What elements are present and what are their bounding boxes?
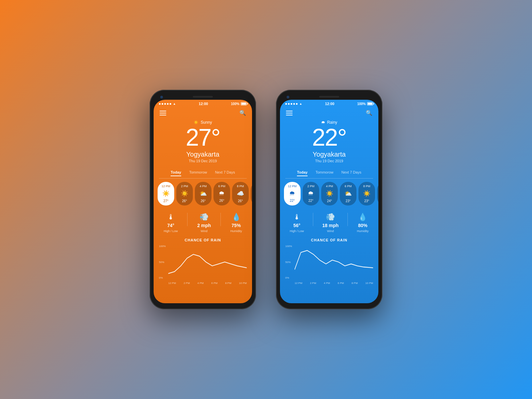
tab-tomorrow-blue[interactable]: Tommorow <box>316 170 333 176</box>
status-right-blue: 100% <box>357 102 373 106</box>
stat-humidity-blue: 💧 80% Humidity <box>357 213 368 233</box>
search-icon-orange[interactable]: 🔍 <box>239 110 246 116</box>
weather-stats-blue: 🌡 56° High / Low 💨 18 mph Wind 💧 80% <box>280 209 378 237</box>
thermometer-icon-orange: 🌡 <box>167 213 175 221</box>
tab-7days-blue[interactable]: Next 7 Days <box>341 170 361 176</box>
wifi-icon-blue: ▲ <box>299 102 302 105</box>
phone-notch-area-blue <box>280 94 378 100</box>
hour-card-1-blue[interactable]: 12 PM 🌧 22° <box>284 182 301 205</box>
hour-temp-2-orange: 26° <box>182 199 187 203</box>
chart-svg-orange <box>168 245 247 279</box>
hour-temp-5-blue: 23° <box>364 199 369 203</box>
signal-dot-4 <box>167 103 169 105</box>
tab-tomorrow-orange[interactable]: Tommorow <box>189 170 207 176</box>
hour-icon-5-blue: ☀️ <box>363 190 370 197</box>
battery-fill-blue <box>368 103 372 105</box>
hour-time-2-blue: 2 PM <box>307 185 314 188</box>
phone-notch-area-orange <box>154 94 252 100</box>
phone-camera-orange <box>160 96 163 98</box>
battery-icon-blue <box>367 102 373 105</box>
battery-icon-orange <box>241 102 247 105</box>
battery-fill-orange <box>241 103 246 105</box>
hour-icon-4-orange: 🌧 <box>219 190 225 197</box>
hour-card-5-blue[interactable]: 8 PM ☀️ 23° <box>358 182 375 205</box>
hour-card-6-orange[interactable]: 10 P ☁️ 26° <box>251 182 252 205</box>
phone-speaker-orange <box>193 96 213 98</box>
stat-humidity-label-orange: Humidity <box>230 229 242 233</box>
hour-temp-2-blue: 22° <box>308 199 313 202</box>
status-time-orange: 12:00 <box>199 102 208 106</box>
hour-icon-5-orange: ☁️ <box>237 190 244 197</box>
search-icon-blue[interactable]: 🔍 <box>366 110 372 116</box>
status-right-orange: 100% <box>231 102 247 106</box>
stat-sep-2-orange <box>220 213 221 226</box>
menu-icon-orange[interactable] <box>160 111 166 115</box>
hour-card-1-orange[interactable]: 12 PM ☀️ 27° <box>158 182 174 205</box>
hour-icon-3-blue: ☀️ <box>326 190 333 197</box>
wind-icon-orange: 💨 <box>200 213 208 221</box>
menu-line-1 <box>160 111 166 111</box>
hour-time-1-blue: 12 PM <box>288 185 297 188</box>
menu-icon-blue[interactable] <box>286 111 293 115</box>
rain-chart-blue: 100% 50% 0% 12 PM 2 PM 4 PM <box>285 245 373 285</box>
hour-card-2-blue[interactable]: 2 PM 🌧 22° <box>303 182 319 205</box>
stat-humidity-label-blue: Humidity <box>357 229 368 233</box>
hour-temp-3-blue: 24° <box>327 199 332 203</box>
stat-wind-label-blue: Wind <box>327 229 334 233</box>
signal-dot-b4 <box>293 103 295 105</box>
hour-time-3-orange: 4 PM <box>200 185 206 188</box>
menu-line-2 <box>160 113 166 113</box>
tab-7days-orange[interactable]: Next 7 Days <box>215 170 235 176</box>
tabs-orange: Today Tommorow Next 7 Days <box>154 167 252 178</box>
tab-today-blue[interactable]: Today <box>297 170 308 176</box>
hourly-scroll-orange: 12 PM ☀️ 27° 2 PM ☀️ 26° 4 PM ⛅ 26° <box>154 179 252 209</box>
status-left-orange: ▲ <box>159 102 176 105</box>
hour-card-4-blue[interactable]: 6 PM ⛅ 23° <box>340 182 356 205</box>
phone-orange: ▲ 12:00 100% <box>150 90 256 309</box>
phone-camera-blue <box>287 96 289 98</box>
phone-blue: ▲ 12:00 100% <box>276 90 382 309</box>
stat-humidity-value-orange: 75% <box>231 223 241 228</box>
tabs-blue: Today Tommorow Next 7 Days <box>280 167 378 178</box>
stat-wind-blue: 💨 18 mph Wind <box>322 213 338 233</box>
chart-x-labels-blue: 12 PM 2 PM 4 PM 6 PM 8 PM 10 PM <box>295 282 373 285</box>
hour-card-3-blue[interactable]: 4 PM ☀️ 24° <box>321 182 338 205</box>
weather-city-blue: Yogyakarta <box>280 151 378 158</box>
rain-chart-orange: 100% 50% 0% 12 PM 2 PM 4 PM <box>159 245 247 285</box>
status-time-blue: 12:00 <box>325 102 334 106</box>
hour-icon-4-blue: ⛅ <box>344 190 352 197</box>
signal-dot-b5 <box>296 103 298 105</box>
hour-time-2-orange: 2 PM <box>181 185 188 188</box>
hour-card-5-orange[interactable]: 8 PM ☁️ 26° <box>232 182 249 205</box>
weather-temp-blue: 22° <box>280 125 378 149</box>
hour-icon-1-blue: 🌧 <box>289 190 295 197</box>
signal-dot-3 <box>164 103 166 105</box>
stat-sep-1-blue <box>313 213 313 226</box>
hour-temp-1-orange: 27° <box>163 199 168 203</box>
phone-screen-blue: ▲ 12:00 100% <box>280 100 378 303</box>
hour-icon-3-orange: ⛅ <box>200 190 207 197</box>
stat-wind-value-blue: 18 mph <box>322 223 338 228</box>
stat-sep-2-blue <box>347 213 348 226</box>
hour-card-6-blue[interactable]: 10 P ☀️ 24° <box>377 182 378 205</box>
stat-highlow-orange: 🌡 74° High / Low <box>164 213 178 233</box>
stat-highlow-value-orange: 74° <box>167 223 174 228</box>
stat-wind-label-orange: Wind <box>200 229 207 233</box>
humidity-icon-orange: 💧 <box>232 213 241 221</box>
hourly-scroll-blue: 12 PM 🌧 22° 2 PM 🌧 22° 4 PM ☀️ 24° <box>280 179 378 209</box>
hour-time-4-blue: 6 PM <box>344 185 351 188</box>
signal-dot-b1 <box>285 103 287 105</box>
stat-wind-value-orange: 2 mph <box>197 223 211 228</box>
stat-highlow-value-blue: 56° <box>293 223 300 228</box>
hour-card-2-orange[interactable]: 2 PM ☀️ 26° <box>176 182 193 205</box>
hour-card-3-orange[interactable]: 4 PM ⛅ 26° <box>195 182 211 205</box>
battery-pct-blue: 100% <box>357 102 366 106</box>
hour-card-4-orange[interactable]: 6 PM 🌧 26° <box>213 182 230 205</box>
stat-highlow-blue: 🌡 56° High / Low <box>290 213 304 233</box>
hour-temp-4-blue: 23° <box>345 199 350 203</box>
blue-screen: ▲ 12:00 100% <box>280 100 378 303</box>
menu-line-b3 <box>286 115 293 115</box>
hour-time-5-orange: 8 PM <box>237 185 244 188</box>
tab-today-orange[interactable]: Today <box>171 170 181 176</box>
signal-dot-b3 <box>291 103 292 105</box>
